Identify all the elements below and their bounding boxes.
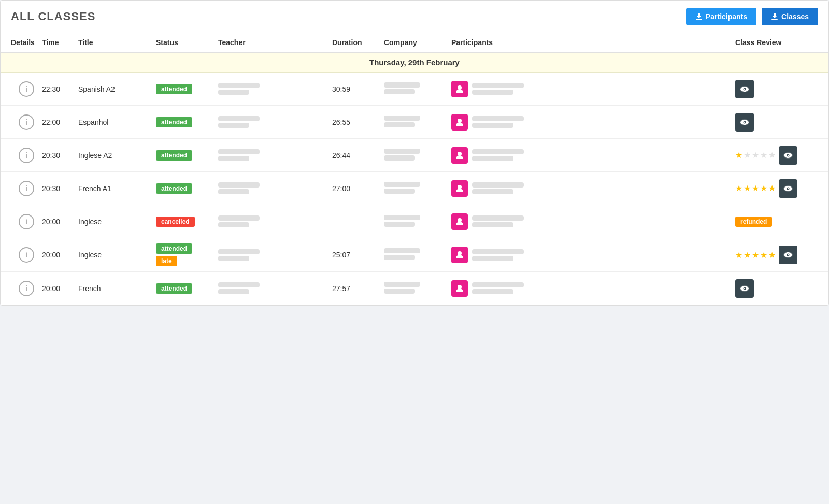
teacher-name-line2 <box>218 189 249 194</box>
participant-name-line2 <box>472 189 513 194</box>
table-row: i 20:00 Inglese attended late 25:07 <box>1 238 828 272</box>
teacher-name-line1 <box>218 249 260 254</box>
star: ★ <box>760 250 767 260</box>
company-name-line1 <box>384 215 420 220</box>
star: ★ <box>744 250 751 260</box>
participant-name-line1 <box>472 249 524 254</box>
class-time: 22:30 <box>42 85 60 93</box>
info-button[interactable]: i <box>19 247 34 263</box>
eye-icon <box>783 152 793 159</box>
company-name-line2 <box>384 255 415 260</box>
star: ★ <box>752 183 759 193</box>
avatar-icon <box>455 151 464 160</box>
status-badge-cancelled: cancelled <box>156 217 195 227</box>
svg-point-13 <box>788 154 789 155</box>
col-teacher: Teacher <box>218 38 332 47</box>
participant-name-line1 <box>472 182 524 188</box>
star: ★ <box>752 150 759 160</box>
col-company: Company <box>384 38 451 47</box>
svg-point-14 <box>458 185 462 189</box>
participant-name-line2 <box>472 256 513 261</box>
teacher-name-line1 <box>218 182 260 188</box>
info-button[interactable]: i <box>19 81 34 97</box>
class-duration: 26:44 <box>332 151 350 160</box>
participant-name-line1 <box>472 83 524 88</box>
avatar-icon <box>455 118 464 127</box>
star: ★ <box>768 250 776 260</box>
participant-name-line1 <box>472 149 524 154</box>
view-class-button[interactable] <box>779 146 797 165</box>
top-bar: ALL CLASSES Participants Classes <box>1 1 828 33</box>
class-duration: 30:59 <box>332 85 350 93</box>
star: ★ <box>744 150 751 160</box>
teacher-name-line1 <box>218 116 260 121</box>
class-duration: 26:55 <box>332 118 350 126</box>
table-row: i 20:30 Inglese A2 attended 26:44 <box>1 139 828 172</box>
svg-point-17 <box>788 188 789 189</box>
class-time: 22:00 <box>42 118 60 126</box>
star: ★ <box>768 183 776 193</box>
svg-point-2 <box>458 85 462 90</box>
participants-button[interactable]: Participants <box>686 8 756 25</box>
teacher-name-line2 <box>218 156 249 161</box>
status-badge-attended: attended <box>156 243 192 254</box>
refunded-badge: refunded <box>735 217 772 227</box>
star-rating: ★★★★★ <box>735 183 776 193</box>
participant-avatar <box>451 81 468 97</box>
svg-point-22 <box>788 254 789 255</box>
participant-name-line2 <box>472 123 513 128</box>
col-duration: Duration <box>332 38 384 47</box>
eye-icon <box>783 185 793 192</box>
participant-avatar <box>451 114 468 131</box>
info-button[interactable]: i <box>19 214 34 229</box>
date-group-header: Thursday, 29th February <box>1 53 828 73</box>
view-class-button[interactable] <box>735 113 754 132</box>
svg-point-26 <box>744 287 745 289</box>
teacher-name-line1 <box>218 83 260 88</box>
view-class-button[interactable] <box>735 80 754 98</box>
eye-icon <box>783 252 793 258</box>
teacher-name-line2 <box>218 90 249 95</box>
participant-name-line1 <box>472 215 524 221</box>
participant-name-line1 <box>472 116 524 121</box>
view-class-button[interactable] <box>779 179 797 198</box>
teacher-name-line1 <box>218 149 260 154</box>
status-badge-attended: attended <box>156 150 192 161</box>
company-name-line1 <box>384 182 420 187</box>
table-header: Details Time Title Status Teacher Durati… <box>1 33 828 53</box>
col-status: Status <box>156 38 218 47</box>
svg-point-10 <box>458 152 462 156</box>
star: ★ <box>768 150 776 160</box>
participant-name-line2 <box>472 222 513 227</box>
info-button[interactable]: i <box>19 148 34 163</box>
participant-name-line2 <box>472 90 513 95</box>
view-class-button[interactable] <box>779 246 797 264</box>
participant-avatar <box>451 213 468 230</box>
company-name-line1 <box>384 116 420 121</box>
classes-button[interactable]: Classes <box>762 8 818 25</box>
avatar-icon <box>455 184 464 193</box>
class-title: Inglese <box>78 251 102 259</box>
class-time: 20:30 <box>42 184 60 193</box>
class-duration: 27:57 <box>332 284 350 293</box>
col-review: Class Review <box>735 38 818 47</box>
table-row: i 20:00 French attended 27:57 <box>1 272 828 305</box>
info-button[interactable]: i <box>19 181 34 196</box>
info-button[interactable]: i <box>19 114 34 130</box>
class-duration: 27:00 <box>332 184 350 193</box>
info-button[interactable]: i <box>19 281 34 296</box>
participant-name-line1 <box>472 282 524 287</box>
table-row: i 22:30 Spanish A2 attended 30:59 <box>1 73 828 106</box>
teacher-name-line2 <box>218 222 249 227</box>
view-class-button[interactable] <box>735 279 754 298</box>
svg-point-6 <box>458 119 462 123</box>
star: ★ <box>760 183 767 193</box>
class-time: 20:30 <box>42 151 60 160</box>
col-participants: Participants <box>451 38 735 47</box>
company-name-line2 <box>384 89 415 94</box>
avatar-icon <box>455 250 464 260</box>
star-rating: ★★★★★ <box>735 150 776 160</box>
avatar-icon <box>455 284 464 293</box>
participant-name-line2 <box>472 156 513 161</box>
class-time: 20:00 <box>42 284 60 293</box>
